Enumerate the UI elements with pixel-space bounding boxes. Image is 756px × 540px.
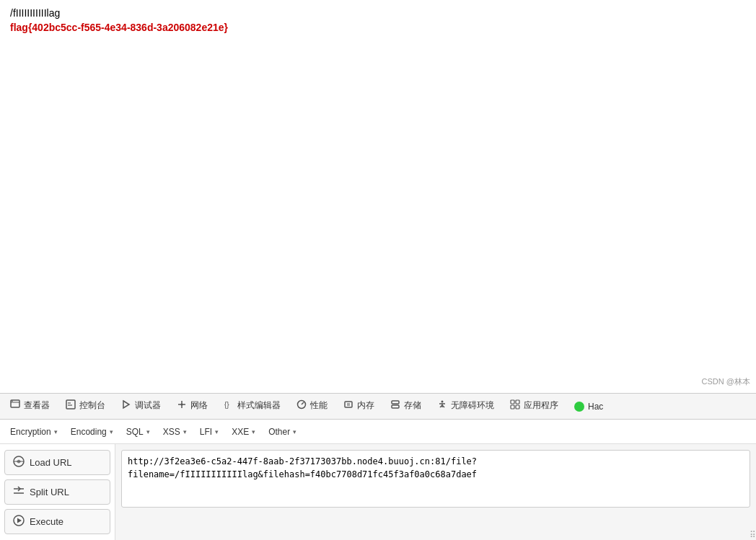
split-url-icon bbox=[12, 484, 25, 500]
tab-application[interactable]: 应用程序 bbox=[503, 394, 566, 419]
other-label: Other bbox=[268, 427, 290, 437]
url-input[interactable] bbox=[121, 450, 750, 508]
encoding-dropdown[interactable]: Encoding ▾ bbox=[65, 424, 119, 440]
svg-rect-22 bbox=[516, 400, 519, 404]
encryption-dropdown[interactable]: Encryption ▾ bbox=[4, 424, 63, 440]
memory-icon bbox=[343, 399, 353, 412]
style-editor-icon: {} bbox=[224, 399, 234, 412]
execute-icon bbox=[12, 514, 25, 529]
tab-network-label: 网络 bbox=[190, 399, 208, 412]
tab-inspector[interactable]: 查看器 bbox=[3, 394, 57, 419]
encryption-chevron-icon: ▾ bbox=[54, 428, 58, 435]
svg-marker-30 bbox=[17, 518, 22, 523]
tab-performance-label: 性能 bbox=[310, 399, 328, 412]
devtools-content-area: Load URL Split URL bbox=[0, 444, 756, 540]
tab-debugger[interactable]: 调试器 bbox=[114, 394, 168, 419]
content-path: /fIIIIIIIIIIIlag bbox=[10, 7, 746, 19]
lfi-dropdown[interactable]: LFI ▾ bbox=[194, 424, 224, 440]
svg-text:{}: {} bbox=[224, 401, 229, 409]
debugger-icon bbox=[121, 399, 131, 412]
xss-dropdown[interactable]: XSS ▾ bbox=[157, 424, 193, 440]
tab-hack-label: Hac bbox=[588, 402, 603, 412]
xxe-chevron-icon: ▾ bbox=[252, 428, 255, 435]
resize-handle: ⠿ bbox=[750, 530, 756, 540]
inspector-icon bbox=[10, 399, 20, 412]
performance-icon bbox=[296, 399, 307, 412]
tab-style-editor[interactable]: {} 样式编辑器 bbox=[216, 394, 288, 419]
xss-chevron-icon: ▾ bbox=[183, 428, 187, 435]
tab-performance[interactable]: 性能 bbox=[289, 394, 335, 419]
hack-dot-icon bbox=[574, 402, 584, 412]
execute-label: Execute bbox=[30, 516, 63, 527]
other-dropdown[interactable]: Other ▾ bbox=[263, 424, 302, 440]
devtools-tab-bar: 查看器 控制台 调试器 bbox=[0, 394, 756, 420]
storage-icon bbox=[390, 399, 400, 412]
load-url-button[interactable]: Load URL bbox=[4, 450, 110, 475]
xss-label: XSS bbox=[163, 427, 180, 437]
tab-storage-label: 存储 bbox=[404, 399, 421, 412]
tab-style-editor-label: 样式编辑器 bbox=[237, 399, 281, 412]
other-chevron-icon: ▾ bbox=[293, 428, 296, 435]
console-icon bbox=[66, 399, 76, 412]
tab-accessibility-label: 无障碍环境 bbox=[451, 399, 494, 412]
sql-chevron-icon: ▾ bbox=[146, 428, 150, 435]
devtools-panel: 查看器 控制台 调试器 bbox=[0, 393, 756, 540]
svg-rect-11 bbox=[345, 402, 352, 407]
tab-storage[interactable]: 存储 bbox=[383, 394, 428, 419]
toolbar: Encryption ▾ Encoding ▾ SQL ▾ XSS ▾ LFI … bbox=[0, 420, 756, 444]
svg-line-10 bbox=[302, 402, 304, 404]
execute-button[interactable]: Execute bbox=[4, 509, 110, 534]
xxe-dropdown[interactable]: XXE ▾ bbox=[226, 424, 261, 440]
tab-console-label: 控制台 bbox=[79, 399, 105, 412]
tab-console[interactable]: 控制台 bbox=[58, 394, 113, 419]
tab-memory[interactable]: 内存 bbox=[336, 394, 382, 419]
svg-rect-23 bbox=[511, 405, 514, 409]
tab-network[interactable]: 网络 bbox=[170, 394, 215, 419]
load-url-icon bbox=[12, 455, 25, 470]
svg-point-2 bbox=[12, 401, 13, 402]
svg-rect-15 bbox=[392, 405, 399, 408]
split-url-label: Split URL bbox=[30, 487, 69, 497]
svg-rect-21 bbox=[511, 400, 514, 404]
tab-accessibility[interactable]: 无障碍环境 bbox=[430, 394, 501, 419]
url-area: ⠿ bbox=[115, 444, 756, 540]
tab-inspector-label: 查看器 bbox=[24, 399, 50, 412]
svg-point-7 bbox=[181, 404, 183, 406]
content-flag: flag{402bc5cc-f565-4e34-836d-3a206082e21… bbox=[10, 22, 746, 33]
accessibility-icon bbox=[437, 399, 447, 412]
lfi-chevron-icon: ▾ bbox=[215, 428, 219, 435]
encoding-label: Encoding bbox=[71, 427, 107, 437]
watermark: CSDN @林本 bbox=[702, 376, 750, 387]
split-url-button[interactable]: Split URL bbox=[4, 479, 110, 505]
network-icon bbox=[177, 399, 187, 412]
sql-dropdown[interactable]: SQL ▾ bbox=[120, 424, 156, 440]
encryption-label: Encryption bbox=[10, 427, 51, 437]
lfi-label: LFI bbox=[200, 427, 212, 437]
tab-application-label: 应用程序 bbox=[524, 399, 558, 412]
encoding-chevron-icon: ▾ bbox=[110, 428, 113, 435]
tab-debugger-label: 调试器 bbox=[135, 399, 161, 412]
sql-label: SQL bbox=[126, 427, 144, 437]
svg-rect-3 bbox=[66, 400, 75, 409]
action-sidebar: Load URL Split URL bbox=[0, 444, 115, 540]
application-icon bbox=[510, 399, 520, 412]
xxe-label: XXE bbox=[232, 427, 249, 437]
svg-rect-14 bbox=[392, 401, 399, 404]
svg-marker-6 bbox=[123, 401, 129, 408]
load-url-label: Load URL bbox=[30, 457, 72, 468]
tab-memory-label: 内存 bbox=[357, 399, 374, 412]
svg-point-16 bbox=[441, 401, 444, 403]
browser-content: /fIIIIIIIIIIIlag flag{402bc5cc-f565-4e34… bbox=[0, 0, 756, 393]
svg-rect-24 bbox=[516, 405, 519, 409]
tab-hack[interactable]: Hac bbox=[567, 394, 610, 419]
